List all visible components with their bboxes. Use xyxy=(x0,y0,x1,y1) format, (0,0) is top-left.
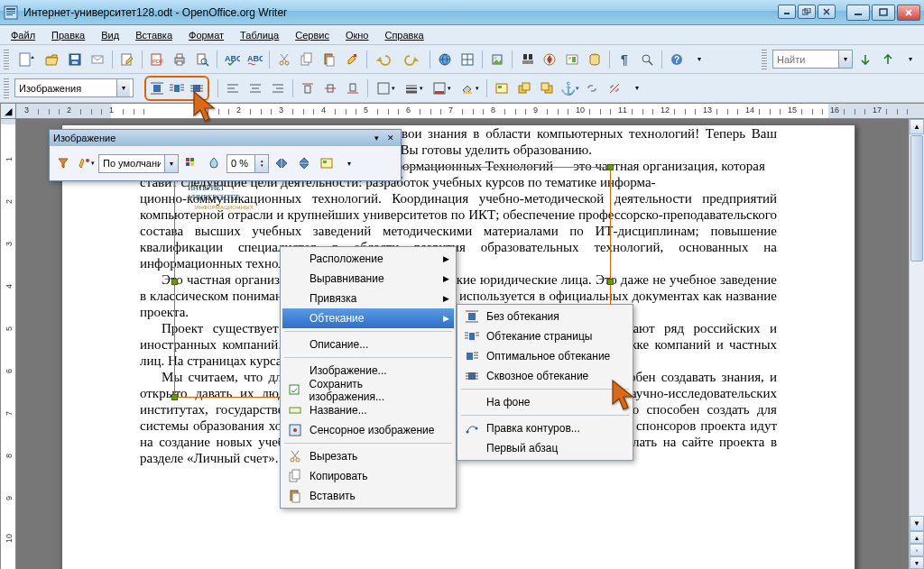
menu-tools[interactable]: Сервис xyxy=(288,28,337,42)
chain-button[interactable] xyxy=(582,78,602,98)
ruler-corner[interactable]: ◢ xyxy=(0,103,16,119)
anchor-button[interactable]: ⚓▾ xyxy=(559,78,579,98)
transparency-input[interactable] xyxy=(227,155,254,172)
show-draw-button[interactable] xyxy=(487,50,507,69)
email-button[interactable] xyxy=(88,50,107,69)
print-button[interactable] xyxy=(170,50,189,69)
navigator-button[interactable] xyxy=(540,50,559,69)
transparency-combo[interactable]: ▴▾ xyxy=(226,154,269,173)
autospell-button[interactable]: ABC xyxy=(245,50,264,69)
graphics-filter-dd[interactable]: ▾ xyxy=(164,155,178,172)
ctx-arrange[interactable]: Расположение▶ xyxy=(282,249,454,269)
zoom-button[interactable] xyxy=(637,50,657,69)
ctx-align[interactable]: Выравнивание▶ xyxy=(282,269,454,289)
ctx-cut[interactable]: Вырезать xyxy=(282,446,454,466)
find-prev-button[interactable] xyxy=(878,50,898,69)
scrollbar-vertical[interactable]: ▲ ▼ ▴ ◦ ▾ xyxy=(909,119,924,569)
bring-front-button[interactable] xyxy=(514,78,534,98)
menu-insert[interactable]: Вставка xyxy=(128,28,180,42)
frame-props-button[interactable] xyxy=(492,78,512,98)
image-toolbar[interactable]: Изображение ▾ ✕ ▾ ▾ ▴▾ ▾ xyxy=(49,129,402,181)
preview-button[interactable] xyxy=(192,50,212,69)
toolbar-overflow-2[interactable]: ▾ xyxy=(627,78,647,98)
ctx-wrap-contour[interactable]: Правка контуров... xyxy=(459,418,631,438)
toolbar-grip-2[interactable] xyxy=(4,78,9,98)
frame-props-button-2[interactable] xyxy=(317,153,337,173)
image-toolbar-close[interactable]: ✕ xyxy=(384,132,397,144)
table-insert-button[interactable] xyxy=(457,50,477,69)
maximize-button[interactable] xyxy=(872,5,895,21)
close-button[interactable] xyxy=(897,5,920,21)
ctx-wrap-bg[interactable]: На фоне xyxy=(459,392,631,412)
align-center-button[interactable] xyxy=(245,78,265,98)
save-button[interactable] xyxy=(65,50,85,69)
ctx-wrap-firstpara[interactable]: Первый абзац xyxy=(459,438,631,458)
find-grip[interactable] xyxy=(762,50,767,69)
menu-file[interactable]: Файл xyxy=(4,28,42,42)
find-dropdown[interactable]: ▾ xyxy=(838,50,852,68)
bordercolor-button[interactable]: ▾ xyxy=(429,78,454,98)
paste-button[interactable] xyxy=(319,50,339,69)
ctx-wrap-through[interactable]: Сквозное обтекание xyxy=(459,366,631,386)
ctx-anchor[interactable]: Привязка▶ xyxy=(282,289,454,308)
prev-page-button[interactable]: ▴ xyxy=(910,531,924,544)
resize-handle[interactable] xyxy=(607,279,614,285)
ctx-imap[interactable]: Сенсорное изображение xyxy=(282,420,454,440)
wrap-page-button[interactable] xyxy=(167,78,187,98)
find-combo[interactable]: ▾ xyxy=(772,50,853,69)
close-button-doc[interactable] xyxy=(818,5,836,19)
borders-button[interactable]: ▾ xyxy=(373,78,398,98)
menu-format[interactable]: Формат xyxy=(181,28,231,42)
ctx-saveimg[interactable]: Сохранить изображения... xyxy=(282,381,454,400)
unchain-button[interactable] xyxy=(605,78,624,98)
new-button[interactable] xyxy=(14,50,40,69)
align-right-button[interactable] xyxy=(268,78,288,98)
copy-button[interactable] xyxy=(297,50,317,69)
nav-button[interactable]: ◦ xyxy=(910,544,924,556)
flip-v-button[interactable] xyxy=(294,153,314,173)
apply-style-input[interactable] xyxy=(15,79,116,96)
align-bottom-button[interactable] xyxy=(343,78,363,98)
toolbar-overflow[interactable]: ▾ xyxy=(689,50,709,69)
export-pdf-button[interactable]: PDF xyxy=(147,50,167,69)
find-input[interactable] xyxy=(773,50,838,68)
image-toolbar-overflow[interactable]: ▾ xyxy=(339,153,359,173)
gallery-button[interactable] xyxy=(562,50,582,69)
spellcheck-button[interactable]: ABC xyxy=(222,50,242,69)
next-page-button[interactable]: ▾ xyxy=(910,556,924,569)
help-button[interactable]: ? xyxy=(667,50,687,69)
transparency-spinner[interactable]: ▴▾ xyxy=(254,155,268,172)
scroll-thumb[interactable] xyxy=(910,135,923,262)
hyperlink-button[interactable] xyxy=(435,50,455,69)
color-button[interactable] xyxy=(181,153,201,173)
undo-button[interactable] xyxy=(372,50,397,69)
image-toolbar-pin[interactable]: ▾ xyxy=(370,132,383,144)
ctx-paste[interactable]: Вставить xyxy=(282,486,454,506)
apply-style-combo[interactable]: ▾ xyxy=(14,78,134,97)
image-toolbar-titlebar[interactable]: Изображение ▾ ✕ xyxy=(50,130,401,146)
menu-window[interactable]: Окно xyxy=(338,28,376,42)
ruler-vertical[interactable]: 312345678910 xyxy=(0,119,16,569)
apply-style-dropdown[interactable]: ▾ xyxy=(116,79,130,96)
filter-button[interactable] xyxy=(53,153,73,173)
menu-edit[interactable]: Правка xyxy=(44,28,92,42)
ctx-name[interactable]: Название... xyxy=(282,400,454,420)
scroll-up-button[interactable]: ▲ xyxy=(910,119,924,134)
cut-button[interactable] xyxy=(274,50,294,69)
ruler-horizontal[interactable]: 3211234567891011121314151617 xyxy=(16,103,924,119)
flip-h-button[interactable] xyxy=(272,153,291,173)
ctx-wrap[interactable]: Обтекание▶ xyxy=(282,308,454,328)
ctx-copy[interactable]: Копировать xyxy=(282,466,454,486)
ctx-wrap-optimal[interactable]: Оптимальное обтекание xyxy=(459,346,631,366)
menu-table[interactable]: Таблица xyxy=(233,28,286,42)
datasources-button[interactable] xyxy=(585,50,605,69)
minimize-button[interactable] xyxy=(846,5,870,21)
redo-button[interactable] xyxy=(400,50,425,69)
ctx-wrap-none[interactable]: Без обтекания xyxy=(459,307,631,326)
bgcolor-button[interactable]: ▾ xyxy=(457,78,482,98)
find-overflow[interactable]: ▾ xyxy=(901,50,920,69)
graphics-filter-combo[interactable]: ▾ xyxy=(98,154,179,173)
format-paintbrush-button[interactable] xyxy=(342,50,362,69)
graphics-filter-input[interactable] xyxy=(99,155,164,172)
wrap-off-button[interactable] xyxy=(147,78,167,98)
